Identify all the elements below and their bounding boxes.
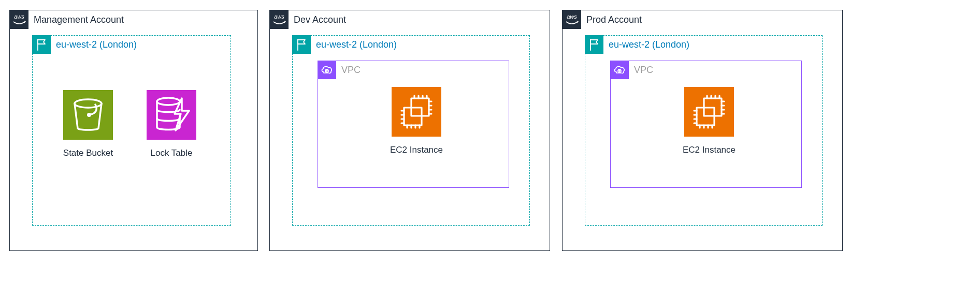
resource-label: Lock Table	[140, 148, 203, 158]
aws-cloud-icon	[270, 10, 289, 29]
region-header: eu-west-2 (London)	[585, 35, 689, 54]
region-box: eu-west-2 (London) State Bucket Lock Tab…	[32, 35, 231, 226]
s3-bucket-icon	[63, 90, 113, 140]
resource-ec2-instance: EC2 Instance	[385, 87, 448, 155]
vpc-header: VPC	[610, 61, 653, 79]
aws-cloud-icon	[10, 10, 28, 29]
region-title: eu-west-2 (London)	[609, 39, 689, 50]
region-title: eu-west-2 (London)	[56, 39, 137, 50]
resource-ec2-instance: EC2 Instance	[678, 87, 740, 155]
region-flag-icon	[585, 35, 603, 54]
vpc-header: VPC	[318, 61, 361, 79]
vpc-title: VPC	[634, 65, 653, 76]
vpc-title: VPC	[341, 65, 361, 76]
region-header: eu-west-2 (London)	[292, 35, 397, 54]
region-header: eu-west-2 (London)	[32, 35, 137, 54]
ec2-instance-icon	[684, 87, 734, 137]
region-box: eu-west-2 (London) VPC EC2 Instance	[585, 35, 823, 226]
resource-s3-bucket: State Bucket	[57, 90, 119, 158]
account-title: Prod Account	[586, 14, 642, 25]
account-header: Prod Account	[563, 10, 642, 29]
vpc-box: VPC EC2 Instance	[318, 61, 509, 188]
account-title: Management Account	[34, 14, 124, 25]
dynamodb-icon	[147, 90, 196, 140]
account-box-prod: Prod Account eu-west-2 (London) VPC	[562, 10, 843, 251]
region-title: eu-west-2 (London)	[316, 39, 397, 50]
account-header: Dev Account	[270, 10, 346, 29]
vpc-box: VPC EC2 Instance	[610, 61, 802, 188]
account-box-management: Management Account eu-west-2 (London) St…	[9, 10, 258, 251]
region-flag-icon	[292, 35, 311, 54]
resource-dynamodb-table: Lock Table	[140, 90, 203, 158]
vpc-icon	[318, 61, 336, 79]
account-box-dev: Dev Account eu-west-2 (London) VPC	[269, 10, 550, 251]
vpc-icon	[610, 61, 629, 79]
resource-label: State Bucket	[57, 148, 119, 158]
architecture-diagram: Management Account eu-west-2 (London) St…	[0, 0, 980, 296]
account-header: Management Account	[10, 10, 124, 29]
account-title: Dev Account	[294, 14, 346, 25]
ec2-instance-icon	[392, 87, 441, 137]
resource-label: EC2 Instance	[385, 145, 448, 155]
aws-cloud-icon	[563, 10, 581, 29]
region-box: eu-west-2 (London) VPC EC2 Instance	[292, 35, 530, 226]
region-flag-icon	[32, 35, 51, 54]
resource-label: EC2 Instance	[678, 145, 740, 155]
